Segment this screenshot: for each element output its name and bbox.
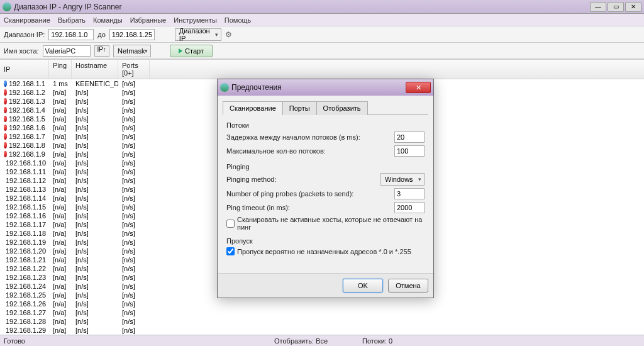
status-ready: Готово — [4, 337, 67, 345]
tab-display[interactable]: Отобразить — [316, 101, 368, 115]
cell-hostname: [n/s] — [72, 256, 118, 264]
dialog-titlebar[interactable]: Предпочтения ✕ — [218, 79, 433, 96]
ip-from-input[interactable] — [48, 29, 94, 40]
ip-lookup-button[interactable]: IP↑ — [94, 45, 109, 57]
menu-favorites[interactable]: Избранные — [130, 16, 167, 24]
cell-ports: [n/s] — [118, 221, 150, 228]
maximize-button[interactable]: ▭ — [608, 2, 624, 12]
cell-ports: [n/s] — [118, 247, 150, 255]
cell-ports: [n/s] — [118, 326, 150, 334]
range-type-select[interactable]: Диапазон IP — [175, 28, 221, 41]
cell-ports: [n/s] — [118, 106, 150, 114]
range-label: Диапазон IP: — [4, 31, 45, 38]
cell-ping: [n/a] — [49, 159, 72, 167]
cell-ip: 192.168.1.20 — [6, 247, 46, 255]
scan-inactive-checkbox[interactable] — [226, 220, 235, 228]
cell-ip: 192.168.1.6 — [9, 124, 45, 131]
cell-ip: 192.168.1.4 — [9, 106, 45, 114]
cell-ports: [n/s] — [118, 115, 150, 123]
menu-commands[interactable]: Команды — [93, 16, 123, 24]
cell-ports: [n/s] — [118, 186, 150, 193]
cell-ports: [n/s] — [118, 300, 150, 308]
cell-ping: [n/a] — [49, 238, 72, 246]
netmask-select[interactable]: Netmask — [113, 45, 151, 57]
delay-input[interactable] — [394, 131, 425, 143]
cell-ports: [n/s] — [118, 194, 150, 202]
max-threads-input[interactable] — [394, 145, 425, 157]
ip-to-input[interactable] — [109, 29, 155, 40]
cell-ping: [n/a] — [49, 291, 72, 299]
ping-probes-input[interactable] — [394, 188, 425, 199]
table-row[interactable]: 192.168.1.29[n/a][n/s][n/s] — [0, 326, 644, 335]
status-display: Отобразить: Все — [274, 337, 337, 345]
cell-ip: 192.168.1.5 — [9, 115, 45, 123]
col-ports[interactable]: Ports [0+] — [118, 60, 150, 79]
dialog-close-button[interactable]: ✕ — [406, 82, 431, 93]
cell-hostname: [n/s] — [72, 106, 118, 114]
cell-ports: [n/s] — [118, 230, 150, 237]
cell-ip: 192.168.1.16 — [6, 212, 46, 220]
menu-help[interactable]: Помощь — [225, 16, 252, 24]
cell-ports: [n/s] — [118, 238, 150, 246]
col-ping[interactable]: Ping — [49, 60, 72, 79]
start-button[interactable]: Старт — [170, 45, 213, 57]
gear-icon[interactable] — [225, 30, 234, 39]
menu-select[interactable]: Выбрать — [58, 16, 86, 24]
cell-hostname: [n/s] — [72, 238, 118, 246]
status-threads: Потоки: 0 — [362, 337, 425, 345]
hostname-input[interactable] — [43, 45, 91, 57]
cell-ip: 192.168.1.13 — [6, 186, 46, 193]
cell-ports: [n/s] — [118, 124, 150, 131]
cell-ping: [n/a] — [49, 142, 72, 149]
column-headers[interactable]: IP Ping Hostname Ports [0+] — [0, 60, 644, 79]
cell-hostname: [n/s] — [72, 159, 118, 167]
cell-ports: [n/s] — [118, 168, 150, 176]
ping-method-select[interactable]: Windows — [380, 173, 425, 186]
cell-hostname: [n/s] — [72, 89, 118, 96]
col-ip[interactable]: IP — [0, 60, 49, 79]
table-row[interactable]: 192.168.1.26[n/a][n/s][n/s] — [0, 299, 644, 308]
cell-ip: 192.168.1.25 — [6, 291, 46, 299]
close-button[interactable]: ✕ — [625, 2, 641, 12]
status-dot-icon — [4, 89, 7, 96]
cell-ping: [n/a] — [49, 221, 72, 228]
col-hostname[interactable]: Hostname — [72, 60, 118, 79]
cell-ports: [n/s] — [118, 98, 150, 105]
cell-ping: [n/a] — [49, 230, 72, 237]
ok-button[interactable]: OK — [343, 279, 383, 293]
cell-ports: [n/s] — [118, 89, 150, 96]
cell-hostname: [n/s] — [72, 326, 118, 334]
delay-label: Задержка между началом потоков (в ms): — [226, 133, 391, 141]
cancel-button[interactable]: Отмена — [388, 279, 428, 293]
cell-ports: [n/s] — [118, 142, 150, 149]
table-row[interactable]: 192.168.1.28[n/a][n/s][n/s] — [0, 317, 644, 326]
cell-ip: 192.168.1.18 — [6, 230, 46, 237]
cell-ports: [n/s] — [118, 177, 150, 184]
tab-ports[interactable]: Порты — [282, 101, 317, 115]
host-label: Имя хоста: — [4, 47, 39, 55]
cell-ip: 192.168.1.9 — [9, 150, 45, 158]
ping-timeout-input[interactable] — [394, 202, 425, 213]
app-icon — [220, 83, 229, 92]
cell-ping: [n/a] — [49, 282, 72, 290]
cell-ip: 192.168.1.14 — [6, 194, 46, 202]
cell-ping: [n/a] — [49, 326, 72, 334]
pinging-group-title: Pinging — [226, 163, 425, 170]
dialog-title: Предпочтения — [231, 83, 406, 92]
menu-scan[interactable]: Сканирование — [4, 16, 50, 24]
cell-ip: 192.168.1.21 — [6, 256, 46, 264]
table-row[interactable]: 192.168.1.27[n/a][n/s][n/s] — [0, 308, 644, 317]
tab-scan[interactable]: Сканирование — [223, 101, 283, 115]
minimize-button[interactable]: — — [590, 2, 606, 12]
cell-ping: [n/a] — [49, 256, 72, 264]
cell-hostname: [n/s] — [72, 142, 118, 149]
cell-ping: [n/a] — [49, 115, 72, 123]
cell-hostname: KEENETIC_DSL — [72, 80, 118, 87]
cell-ping: [n/a] — [49, 133, 72, 140]
cell-ip: 192.168.1.3 — [9, 98, 45, 105]
menu-tools[interactable]: Инструменты — [174, 16, 217, 24]
cell-ports: [n/s] — [118, 256, 150, 264]
skip-unassigned-checkbox[interactable] — [226, 247, 235, 255]
titlebar[interactable]: Диапазон IP - Angry IP Scanner — ▭ ✕ — [0, 0, 644, 14]
status-dot-icon — [4, 107, 7, 113]
